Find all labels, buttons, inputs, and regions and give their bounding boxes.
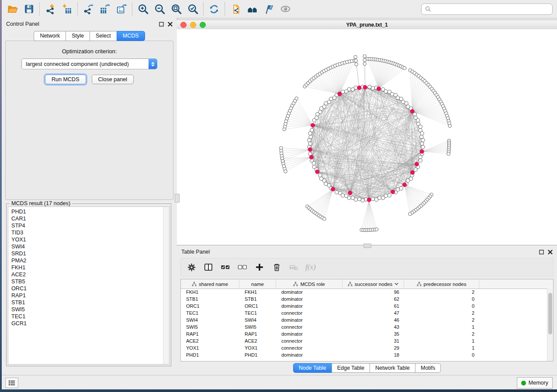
table-scrollbar[interactable] xyxy=(547,289,553,361)
close-panel-button[interactable]: Close panel xyxy=(92,75,134,84)
horizontal-splitter-handle[interactable] xyxy=(363,244,371,248)
eye-icon[interactable] xyxy=(279,3,292,16)
table-cell[interactable]: FKH1 xyxy=(181,289,239,296)
mcds-result-item[interactable]: STP4 xyxy=(11,222,163,229)
table-cell[interactable]: 29 xyxy=(343,344,404,351)
zoom-in-icon[interactable] xyxy=(136,3,149,16)
column-header-MCDS-role[interactable]: MCDS role xyxy=(276,279,343,289)
export-image-icon[interactable] xyxy=(115,3,128,16)
table-cell[interactable]: 1 xyxy=(404,344,479,351)
tab-network-table[interactable]: Network Table xyxy=(370,363,415,373)
table-cell[interactable]: STB1 xyxy=(181,296,239,303)
table-cell[interactable]: ORC1 xyxy=(181,303,239,309)
zoom-out-icon[interactable] xyxy=(153,3,166,16)
table-cell[interactable]: YOX1 xyxy=(239,344,276,351)
import-network-icon[interactable] xyxy=(44,3,57,16)
close-traffic-light[interactable] xyxy=(180,22,187,28)
zoom-traffic-light[interactable] xyxy=(200,22,206,28)
mcds-result-item[interactable]: SRD1 xyxy=(11,250,163,257)
float-icon[interactable] xyxy=(159,22,164,27)
table-cell[interactable]: 0 xyxy=(404,303,479,309)
first-neighbors-icon[interactable] xyxy=(246,3,259,16)
network-graph[interactable] xyxy=(177,29,556,245)
table-cell[interactable]: 46 xyxy=(343,316,404,323)
table-cell[interactable]: 2 xyxy=(404,309,479,316)
table-cell[interactable]: dominator xyxy=(276,303,343,309)
network-window-titlebar[interactable]: YPA_prune.txt_1 xyxy=(177,20,557,30)
deselect-all-icon[interactable] xyxy=(237,262,248,272)
table-cell[interactable]: connector xyxy=(276,323,343,330)
column-header-shared-name[interactable]: shared name xyxy=(181,279,239,289)
zoom-selected-icon[interactable] xyxy=(186,3,199,16)
table-cell[interactable]: connector xyxy=(276,309,343,316)
table-cell[interactable]: STB1 xyxy=(239,296,276,303)
open-file-icon[interactable] xyxy=(6,3,19,16)
settings-gear-icon[interactable] xyxy=(186,262,197,272)
tab-mcds[interactable]: MCDS xyxy=(117,31,145,41)
optimization-criterion-select[interactable]: largest connected component (undirected) xyxy=(21,58,157,69)
table-cell[interactable]: 1 xyxy=(404,323,479,330)
add-row-icon[interactable] xyxy=(254,262,265,272)
flag-icon[interactable] xyxy=(262,3,275,16)
mcds-result-item[interactable]: TID3 xyxy=(11,229,163,236)
import-table-icon[interactable] xyxy=(60,3,73,16)
table-row[interactable]: ORC1ORC1dominator610 xyxy=(181,303,547,309)
mcds-result-item[interactable]: YOX1 xyxy=(11,236,163,243)
table-cell[interactable]: connector xyxy=(276,337,343,344)
table-cell[interactable]: 31 xyxy=(343,337,404,344)
table-cell[interactable]: RAP1 xyxy=(239,330,276,337)
table-cell[interactable]: SWI4 xyxy=(181,316,239,323)
table-cell[interactable]: 35 xyxy=(343,330,404,337)
tab-style[interactable]: Style xyxy=(66,31,90,41)
tab-select[interactable]: Select xyxy=(90,31,117,41)
delete-row-icon[interactable] xyxy=(271,262,282,272)
table-cell[interactable]: 2 xyxy=(404,316,479,323)
mcds-result-item[interactable]: PMA2 xyxy=(11,257,163,264)
table-cell[interactable]: 0 xyxy=(404,296,479,303)
table-cell[interactable]: 1 xyxy=(404,337,479,344)
table-cell[interactable]: YOX1 xyxy=(181,344,239,351)
table-row[interactable]: YOX1YOX1connector291 xyxy=(181,344,547,351)
run-mcds-button[interactable]: Run MCDS xyxy=(45,75,86,84)
mcds-result-item[interactable]: SWI4 xyxy=(11,243,163,250)
clone-network-icon[interactable] xyxy=(229,3,242,16)
table-cell[interactable]: 2 xyxy=(404,289,479,296)
mcds-result-item[interactable]: ORC1 xyxy=(11,285,163,292)
export-table-icon[interactable] xyxy=(98,3,111,16)
table-row[interactable]: FKH1FKH1dominator962 xyxy=(181,289,547,296)
table-row[interactable]: RAP1RAP1dominator352 xyxy=(181,330,547,337)
mcds-result-item[interactable]: TEC1 xyxy=(11,313,163,320)
table-cell[interactable]: ORC1 xyxy=(239,303,276,309)
float-icon[interactable] xyxy=(539,250,544,254)
table-cell[interactable]: SWI5 xyxy=(181,323,239,330)
table-row[interactable]: TEC1TEC1connector472 xyxy=(181,309,547,316)
table-cell[interactable]: 62 xyxy=(343,296,404,303)
mcds-result-item[interactable]: FKH1 xyxy=(11,264,163,271)
column-header-name[interactable]: name xyxy=(239,279,276,289)
tab-edge-table[interactable]: Edge Table xyxy=(332,363,370,373)
table-row[interactable]: ACE2ACE2connector311 xyxy=(181,337,547,344)
tab-node-table[interactable]: Node Table xyxy=(293,363,332,373)
mcds-result-item[interactable]: STB1 xyxy=(11,299,163,306)
table-cell[interactable]: 18 xyxy=(343,351,404,358)
mcds-list-scrollbar[interactable] xyxy=(163,207,169,364)
save-session-icon[interactable] xyxy=(22,3,35,16)
column-header-successor-nodes[interactable]: successor nodes xyxy=(343,279,404,289)
mcds-result-item[interactable]: STB5 xyxy=(11,278,163,285)
column-header-predecessor-nodes[interactable]: predecessor nodes xyxy=(404,279,479,289)
search-input[interactable] xyxy=(433,5,552,14)
close-icon[interactable] xyxy=(548,250,553,254)
table-cell[interactable]: ACE2 xyxy=(181,337,239,344)
table-row[interactable]: SWI5SWI5connector431 xyxy=(181,323,547,330)
mcds-result-item[interactable]: ACE2 xyxy=(11,271,163,278)
tab-motifs[interactable]: Motifs xyxy=(415,363,441,373)
tab-network[interactable]: Network xyxy=(34,31,66,41)
table-cell[interactable]: PHD1 xyxy=(181,351,239,358)
task-history-button[interactable] xyxy=(5,378,18,388)
table-cell[interactable]: 47 xyxy=(343,309,404,316)
table-cell[interactable]: TEC1 xyxy=(239,309,276,316)
table-cell[interactable]: dominator xyxy=(276,296,343,303)
export-network-icon[interactable] xyxy=(82,3,95,16)
table-cell[interactable]: SWI5 xyxy=(239,323,276,330)
table-cell[interactable]: FKH1 xyxy=(239,289,276,296)
